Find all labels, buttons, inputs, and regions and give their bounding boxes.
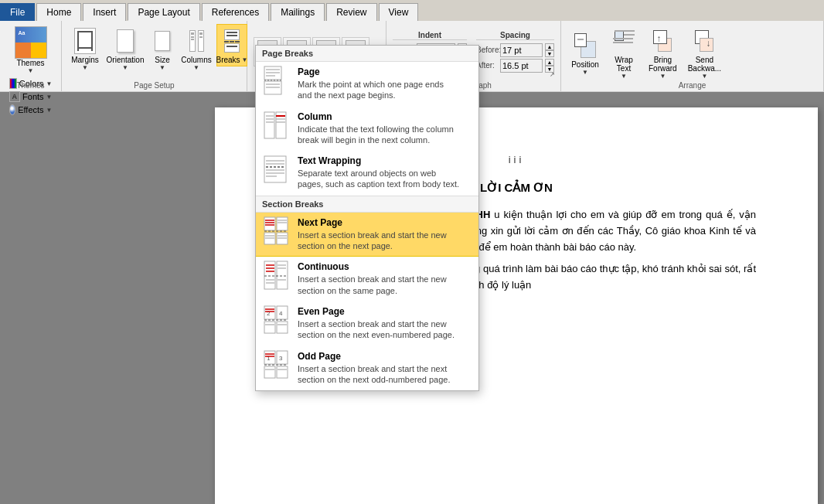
break-next-page-title: Next Page [298, 217, 447, 228]
spacing-after-field[interactable]: 16.5 pt [500, 59, 543, 73]
columns-icon [184, 26, 209, 56]
columns-arrow: ▼ [193, 64, 199, 71]
break-even-page-desc: Insert a section break and start the new… [298, 318, 455, 341]
spacing-after-up[interactable]: ▲ [545, 59, 554, 66]
margins-button[interactable]: Margins ▼ [68, 24, 102, 73]
effects-icon [9, 104, 16, 115]
break-continuous-item[interactable]: Continuous Insert a section break and st… [256, 257, 478, 301]
svg-rect-24 [277, 217, 288, 230]
page-setup-group-label: Page Setup [62, 81, 247, 90]
break-odd-page-title: Odd Page [298, 351, 451, 362]
break-page-item[interactable]: Page Mark the point at which one page en… [256, 62, 478, 107]
position-icon [571, 31, 599, 60]
themes-group: Aa Themes ▼ Colors ▼ A Fonts ▼ [0, 21, 62, 91]
bring-forward-icon: ↑ [649, 26, 676, 56]
break-next-page-icon [262, 217, 290, 245]
tab-review[interactable]: Review [326, 3, 376, 21]
send-backward-button[interactable]: ↓ Send Backwa... ▼ [684, 24, 725, 82]
spacing-label: Spacing [476, 31, 554, 40]
breaks-button[interactable]: Breaks ▼ [216, 24, 247, 66]
bring-forward-button[interactable]: ↑ Bring Forward ▼ [645, 24, 681, 82]
break-continuous-text: Continuous Insert a section break and st… [298, 261, 447, 296]
svg-rect-63 [277, 366, 288, 378]
svg-rect-62 [264, 366, 275, 378]
break-text-wrap-item[interactable]: Text Wrapping Separate text around objec… [256, 151, 478, 196]
fonts-button[interactable]: A Fonts ▼ [7, 90, 55, 103]
break-column-title: Column [298, 111, 454, 122]
margins-icon [73, 26, 97, 56]
tab-references[interactable]: References [202, 3, 269, 21]
arrange-group-label: Arrange [561, 81, 823, 90]
tab-view[interactable]: View [379, 3, 419, 21]
themes-dropdown-arrow: ▼ [28, 67, 34, 74]
break-continuous-desc: Insert a section break and start the new… [298, 274, 447, 296]
size-icon [150, 26, 175, 56]
spacing-before-up[interactable]: ▲ [545, 43, 554, 50]
position-arrow: ▼ [582, 69, 588, 76]
indent-label: Indent [393, 31, 467, 40]
tab-home[interactable]: Home [36, 3, 81, 21]
margins-arrow: ▼ [82, 64, 88, 71]
page-breaks-header: Page Breaks [256, 46, 478, 62]
spacing-before-field[interactable]: 17 pt [500, 43, 543, 57]
page-setup-group: Margins ▼ Orientation ▼ [62, 21, 247, 91]
effects-button[interactable]: Effects ▼ [7, 104, 55, 116]
size-button[interactable]: Size ▼ [148, 24, 176, 73]
wrap-text-arrow: ▼ [621, 73, 627, 80]
wrap-text-icon [610, 26, 638, 56]
break-even-page-text: Even Page Insert a section break and sta… [298, 306, 455, 341]
size-arrow: ▼ [159, 64, 165, 71]
themes-group-label: Themes [0, 81, 61, 90]
break-next-page-desc: Insert a section break and start the new… [298, 230, 447, 252]
break-page-icon [262, 66, 290, 94]
break-text-wrap-icon [262, 155, 290, 183]
columns-button[interactable]: Columns ▼ [179, 24, 213, 73]
break-page-text: Page Mark the point at which one page en… [298, 66, 444, 101]
orientation-arrow: ▼ [122, 64, 128, 71]
break-continuous-title: Continuous [298, 261, 447, 272]
spacing-before-down[interactable]: ▼ [545, 50, 554, 57]
tab-insert[interactable]: Insert [83, 3, 126, 21]
svg-rect-51 [264, 322, 275, 333]
break-next-page-item[interactable]: Next Page Insert a section break and sta… [256, 213, 478, 257]
break-page-desc: Mark the point at which one page endsand… [298, 79, 444, 101]
break-column-item[interactable]: Column Indicate that the text following … [256, 107, 478, 152]
break-column-desc: Indicate that the text following the col… [298, 124, 454, 146]
arrange-group: Position ▼ Wrap Text [561, 21, 824, 91]
send-backward-arrow: ▼ [701, 73, 707, 80]
break-even-page-item[interactable]: 2 4 Even Page Insert a section break and… [256, 301, 478, 346]
tab-mailings[interactable]: Mailings [271, 3, 325, 21]
break-continuous-icon [262, 261, 290, 289]
paragraph-dialog-launcher[interactable]: ↗ [550, 71, 557, 79]
svg-text:3: 3 [279, 355, 283, 362]
section-breaks-header: Section Breaks [256, 196, 478, 213]
spacing-after-spinner[interactable]: ▲ ▼ [545, 59, 554, 73]
left-sidebar [0, 92, 209, 504]
tab-bar: File Home Insert Page Layout References … [0, 0, 824, 21]
orientation-icon [113, 26, 138, 56]
breaks-icon [220, 26, 244, 56]
fonts-arrow: ▼ [46, 94, 53, 100]
break-text-wrap-title: Text Wrapping [298, 155, 459, 166]
wrap-text-button[interactable]: Wrap Text ▼ [606, 24, 642, 82]
break-page-title: Page [298, 66, 444, 77]
themes-button[interactable]: Aa Themes ▼ [9, 24, 53, 77]
break-odd-page-text: Odd Page Insert a section break and star… [298, 351, 451, 386]
tab-file[interactable]: File [0, 3, 35, 21]
position-button[interactable]: Position ▼ [567, 29, 603, 78]
spacing-before-row: Before: 17 pt ▲ ▼ [476, 43, 554, 57]
break-text-wrap-text: Text Wrapping Separate text around objec… [298, 155, 459, 190]
effects-arrow: ▼ [46, 107, 53, 114]
orientation-button[interactable]: Orientation ▼ [105, 24, 145, 73]
svg-rect-23 [264, 217, 275, 230]
svg-rect-16 [264, 156, 286, 182]
break-odd-page-item[interactable]: 1 3 Odd Page Insert a section break and … [256, 346, 478, 391]
tab-page-layout[interactable]: Page Layout [128, 3, 199, 21]
spacing-before-spinner[interactable]: ▲ ▼ [545, 43, 554, 57]
break-next-page-text: Next Page Insert a section break and sta… [298, 217, 447, 252]
break-column-text: Column Indicate that the text following … [298, 111, 454, 146]
break-odd-page-icon: 1 3 [262, 351, 290, 379]
spacing-after-row: After: 16.5 pt ▲ ▼ [476, 59, 554, 73]
break-odd-page-desc: Insert a section break and start the nex… [298, 363, 451, 386]
themes-icon: Aa [15, 26, 47, 59]
